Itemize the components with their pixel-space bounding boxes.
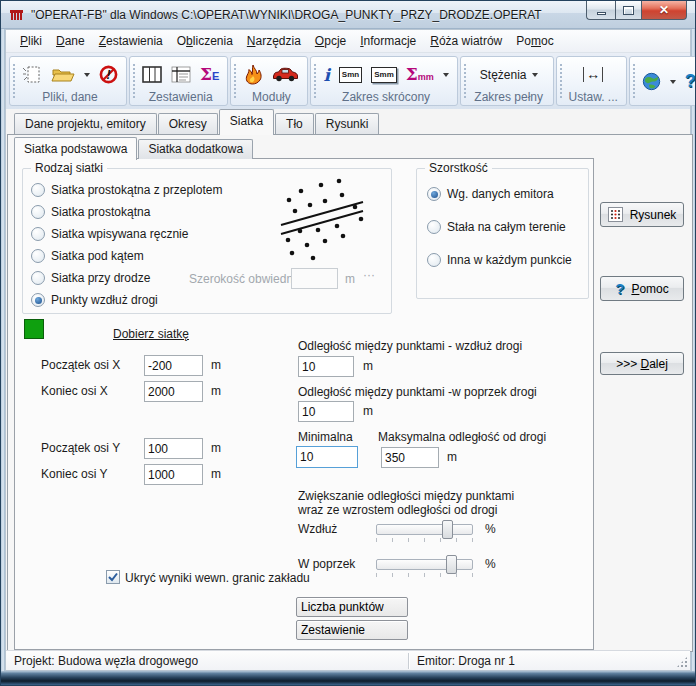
window-frame-bottom: [1, 671, 695, 685]
radio-icon: [31, 183, 45, 197]
status-bar: Projekt: Budowa węzła drogowego Emitor: …: [6, 650, 690, 670]
toolbar-group-label: Ustaw. ...: [569, 90, 618, 104]
smm-doc-icon[interactable]: Smm: [371, 67, 397, 83]
menu-zestawienia[interactable]: Zestawienia: [92, 32, 170, 50]
dalej-button[interactable]: >>> Dalej: [600, 352, 684, 375]
menu-obliczenia[interactable]: Obliczenia: [170, 32, 240, 50]
toolbar: ! Pliki, dane ΣE: [6, 53, 690, 109]
grid-color-swatch[interactable]: [24, 319, 44, 339]
distance-across-unit: m: [363, 404, 373, 418]
tab-rysunki[interactable]: Rysunki: [315, 113, 380, 134]
envelope-width-input[interactable]: [291, 268, 338, 289]
close-button[interactable]: ✕: [642, 1, 687, 20]
tab-siatka[interactable]: Siatka: [219, 109, 274, 135]
radio-siatka-prostokatna-z-przeplotem[interactable]: Siatka prostokątna z przeplotem: [31, 182, 222, 198]
radio-icon: [31, 227, 45, 241]
open-folder-dropdown-icon[interactable]: [84, 73, 90, 77]
radio-punkty-wzdluz-drogi[interactable]: Punkty wzdłuż drogi: [31, 292, 158, 308]
slider-across-thumb[interactable]: [446, 555, 457, 574]
spacing-caption-line1: Zwiększanie odległości między punktami: [298, 489, 514, 503]
max-distance-label: Maksymalna odległość od drogi: [378, 430, 546, 444]
width-settings-icon[interactable]: ↔: [583, 67, 603, 82]
open-folder-icon[interactable]: [51, 66, 75, 84]
menu-dane[interactable]: Dane: [49, 32, 92, 50]
car-icon[interactable]: [272, 66, 299, 83]
axis-x-start-input[interactable]: [144, 355, 203, 376]
axis-y-start-unit: m: [211, 441, 221, 455]
slider-along-track[interactable]: [376, 524, 473, 535]
sigma-mm-dropdown-icon[interactable]: [443, 73, 449, 77]
question-mark-icon: ?: [615, 280, 624, 297]
group-title: Szorstkość: [425, 161, 492, 175]
smn-doc-icon[interactable]: Smn: [339, 67, 362, 83]
radio-icon-selected: [427, 187, 441, 201]
distance-along-unit: m: [363, 359, 373, 373]
tab-tlo[interactable]: Tło: [275, 113, 314, 134]
slider-along-thumb[interactable]: [442, 520, 453, 539]
tab-okresy[interactable]: Okresy: [158, 113, 218, 134]
axis-y-end-input[interactable]: [144, 464, 203, 485]
sigma-e-icon[interactable]: ΣE: [200, 66, 219, 83]
spacing-caption-line2: wraz ze wzrostem odległości od drogi: [298, 503, 497, 517]
fire-icon[interactable]: [243, 64, 263, 85]
pomoc-button[interactable]: ? Pomoc: [600, 276, 684, 301]
siatka-subtabs: Siatka podstawowa Siatka dodatkowa: [14, 136, 254, 159]
tab-dane-projektu-emitory[interactable]: Dane projektu, emitory: [14, 113, 157, 134]
radio-siatka-pod-katem[interactable]: Siatka pod kątem: [31, 248, 144, 264]
menu-narzedzia[interactable]: Narzędzia: [240, 32, 308, 50]
zestawienie-button[interactable]: Zestawienie: [296, 620, 408, 640]
rysunek-button[interactable]: Rysunek: [600, 202, 684, 227]
report-icon[interactable]: [171, 66, 191, 83]
envelope-width-more[interactable]: ···: [363, 268, 375, 282]
radio-icon: [427, 253, 441, 267]
radio-wg-danych-emitora[interactable]: Wg. danych emitora: [427, 186, 554, 202]
globe-dropdown-icon[interactable]: [670, 80, 676, 84]
radio-siatka-wpisywana-recznie[interactable]: Siatka wpisywana ręcznie: [31, 226, 188, 242]
stezenia-dropdown-button[interactable]: Stężenia: [473, 65, 545, 85]
toolbar-group-zestawienia: ΣE Zestawienia: [129, 56, 228, 106]
blocked-icon[interactable]: !: [99, 65, 118, 84]
close-icon: ✕: [659, 3, 669, 17]
distance-along-input[interactable]: [298, 356, 354, 377]
slider-across-label: W poprzek: [298, 557, 355, 571]
content-area: Dane projektu, emitory Okresy Siatka Tło…: [6, 109, 690, 650]
radio-siatka-prostokatna[interactable]: Siatka prostokątna: [31, 204, 150, 220]
minimize-button[interactable]: [586, 1, 615, 20]
slider-across-track[interactable]: [376, 559, 473, 570]
distance-across-input[interactable]: [298, 401, 354, 422]
sigma-mm-icon[interactable]: Σmm: [406, 66, 434, 83]
menu-informacje[interactable]: Informacje: [353, 32, 423, 50]
toolbar-group-label: Pliki, dane: [22, 90, 118, 104]
client-area: Pliki Dane Zestawienia Obliczenia Narzęd…: [5, 29, 691, 671]
menu-opcje[interactable]: Opcje: [308, 32, 353, 50]
toolbar-group-moduly: Moduły: [230, 56, 308, 106]
axis-y-start-input[interactable]: [144, 438, 203, 459]
subtab-siatka-podstawowa[interactable]: Siatka podstawowa: [14, 137, 137, 160]
new-file-icon[interactable]: [22, 65, 42, 85]
axis-y-end-unit: m: [211, 467, 221, 481]
dobierz-siatke-link[interactable]: Dobierz siatkę: [113, 327, 189, 341]
group-title: Rodzaj siatki: [31, 161, 107, 175]
hide-results-checkbox[interactable]: [106, 570, 120, 584]
slider-along-ticks: [376, 538, 473, 543]
globe-icon[interactable]: [642, 72, 661, 91]
info-icon[interactable]: i: [323, 65, 329, 85]
subtab-siatka-dodatkowa[interactable]: Siatka dodatkowa: [138, 139, 253, 159]
maximize-button[interactable]: [615, 1, 642, 20]
min-distance-input[interactable]: [296, 446, 358, 468]
axis-x-end-input[interactable]: [144, 381, 203, 402]
menu-pliki[interactable]: Pliki: [13, 32, 49, 50]
table-icon[interactable]: [142, 66, 162, 83]
toolbar-group-misc: ?: [629, 56, 696, 106]
help-icon[interactable]: ?: [685, 71, 696, 92]
liczba-punktow-button[interactable]: Liczba punktów: [296, 597, 408, 617]
radio-inna-w-kazdym-punkcie[interactable]: Inna w każdym punkcie: [427, 252, 572, 268]
max-distance-input[interactable]: [381, 447, 439, 468]
points-along-road-preview: [275, 173, 367, 265]
menu-pomoc[interactable]: Pomoc: [509, 32, 560, 50]
radio-siatka-przy-drodze[interactable]: Siatka przy drodze: [31, 270, 150, 286]
status-emitter: Emitor: Droga nr 1: [409, 654, 690, 668]
radio-stala-na-calym-terenie[interactable]: Stała na całym terenie: [427, 219, 566, 235]
menu-roza-wiatrow[interactable]: Róża wiatrów: [423, 32, 509, 50]
app-window: "OPERAT-FB" dla Windows C:\OPERAT\WYNIKI…: [0, 0, 696, 686]
